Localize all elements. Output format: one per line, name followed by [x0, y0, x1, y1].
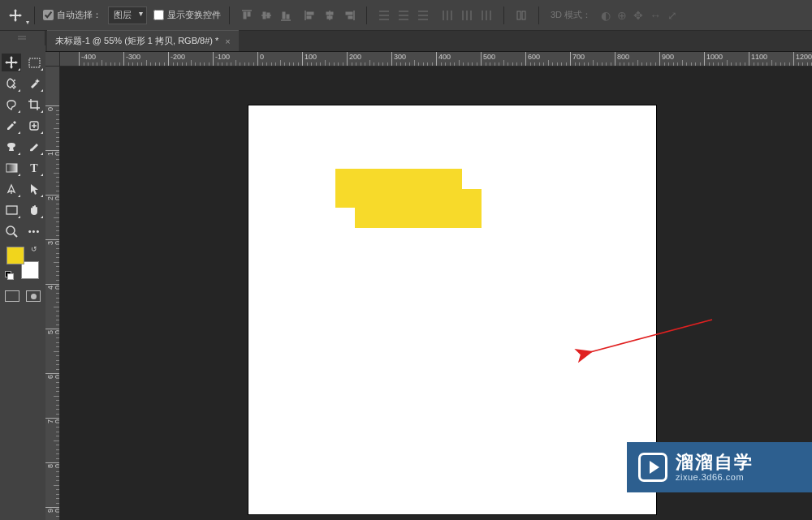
align-vcenter-icon[interactable] [257, 6, 275, 24]
show-transform-label: 显示变换控件 [167, 9, 221, 21]
path-select-tool[interactable] [24, 180, 44, 198]
auto-select-target-select[interactable]: 图层 [108, 6, 147, 24]
standard-mode-icon[interactable] [5, 290, 19, 302]
align-right-icon[interactable] [340, 6, 358, 24]
svg-line-47 [14, 234, 17, 237]
edit-toolbar[interactable]: ••• [24, 222, 44, 240]
gradient-tool[interactable] [2, 159, 21, 177]
svg-rect-45 [6, 206, 17, 214]
magic-wand-tool[interactable] [24, 75, 44, 92]
distribute-hcenter-icon[interactable] [458, 6, 476, 24]
mode-3d-icons: ◐ ⊕ ✥ ↔ ⤢ [601, 9, 677, 22]
close-tab-icon[interactable]: × [225, 37, 230, 46]
align-top-icon[interactable] [238, 6, 256, 24]
document-title: 未标题-1 @ 55% (矩形 1 拷贝, RGB/8#) * [55, 35, 218, 47]
move-icon [8, 8, 23, 23]
watermark-subtitle: zixue.3d66.com [676, 472, 754, 482]
swap-colors-icon[interactable]: ↺ [31, 245, 37, 253]
align-hcenter-icon[interactable] [321, 6, 339, 24]
show-transform-checkbox[interactable]: 显示变换控件 [153, 9, 221, 21]
svg-rect-10 [307, 12, 313, 15]
ruler-horizontal[interactable]: -400-300-200-100010020030040050060070080… [60, 52, 812, 67]
svg-text:T: T [30, 162, 38, 174]
toolbox-handle[interactable] [0, 31, 45, 45]
hand-tool[interactable] [24, 201, 44, 219]
auto-select-label: 自动选择： [57, 9, 102, 21]
distribute-right-icon[interactable] [477, 6, 495, 24]
distribute-left-icon[interactable] [438, 6, 456, 24]
svg-rect-7 [283, 12, 285, 19]
watermark: 溜溜自学 zixue.3d66.com [627, 442, 812, 492]
toolbox: T ••• ↺ [0, 45, 45, 520]
chevron-down-icon: ▾ [26, 19, 29, 26]
mode-3d-label: 3D 模式： [551, 9, 591, 21]
svg-rect-14 [327, 16, 332, 19]
options-divider [503, 6, 504, 24]
svg-rect-2 [248, 12, 250, 16]
align-group-2 [301, 6, 358, 24]
type-tool[interactable]: T [24, 159, 44, 177]
rectangle-shape-tool[interactable] [2, 201, 21, 219]
options-divider [229, 6, 230, 24]
marquee-tool[interactable] [24, 54, 44, 71]
align-left-icon[interactable] [301, 6, 319, 24]
svg-rect-37 [522, 11, 525, 19]
lasso-tool[interactable] [2, 96, 21, 114]
ruler-vertical[interactable]: 01 0 02 0 03 0 04 0 05 0 06 0 07 0 08 0 … [45, 67, 60, 520]
distribute-group-2 [438, 6, 495, 24]
distribute-vcenter-icon[interactable] [395, 6, 412, 24]
align-group-1 [238, 6, 295, 24]
svg-rect-5 [267, 13, 270, 18]
healing-brush-tool[interactable] [24, 117, 44, 135]
auto-select-checkbox[interactable]: 自动选择： [43, 9, 102, 21]
options-bar: ▾ 自动选择： 图层 显示变换控件 3D 模式： ◐ ⊕ [0, 0, 812, 31]
clone-stamp-tool[interactable] [2, 138, 21, 156]
svg-rect-11 [307, 16, 311, 19]
svg-rect-38 [29, 58, 40, 67]
distribute-bottom-icon[interactable] [414, 6, 432, 24]
document-tab-bar: 未标题-1 @ 55% (矩形 1 拷贝, RGB/8#) * × [0, 31, 812, 52]
reset-colors-icon[interactable] [5, 271, 13, 279]
artboard[interactable] [248, 105, 656, 514]
watermark-title: 溜溜自学 [676, 453, 754, 472]
color-swatches[interactable]: ↺ [6, 247, 39, 279]
pan-3d-icon[interactable]: ✥ [633, 9, 643, 22]
zoom-tool[interactable] [2, 222, 21, 240]
scale-3d-icon[interactable]: ⤢ [667, 9, 677, 22]
pen-tool[interactable] [2, 180, 21, 198]
crop-tool[interactable] [24, 96, 44, 114]
orbit-3d-icon[interactable]: ◐ [601, 9, 611, 22]
move-tool-flyout[interactable]: ▾ [5, 5, 26, 26]
svg-rect-1 [244, 12, 246, 19]
play-icon [638, 453, 667, 482]
distribute-top-icon[interactable] [375, 6, 393, 24]
svg-rect-4 [263, 12, 266, 19]
quick-mask-mode-icon[interactable] [26, 290, 41, 302]
move-tool[interactable] [2, 54, 21, 71]
svg-rect-16 [346, 12, 352, 15]
roll-3d-icon[interactable]: ⊕ [617, 9, 627, 22]
ruler-corner[interactable] [45, 52, 60, 67]
auto-align-group [512, 6, 530, 24]
svg-rect-13 [326, 12, 333, 15]
svg-rect-43 [6, 164, 17, 172]
eyedropper-tool[interactable] [2, 117, 21, 135]
svg-rect-36 [517, 11, 520, 19]
svg-rect-17 [348, 16, 352, 19]
svg-point-39 [14, 80, 15, 81]
svg-rect-8 [287, 15, 289, 19]
auto-align-icon[interactable] [512, 6, 530, 24]
foreground-color[interactable] [6, 247, 24, 264]
document-tab[interactable]: 未标题-1 @ 55% (矩形 1 拷贝, RGB/8#) * × [47, 30, 239, 51]
options-divider [34, 6, 35, 24]
options-divider [366, 6, 367, 24]
options-divider [538, 6, 539, 24]
quick-select-tool[interactable] [2, 75, 21, 92]
distribute-group-1 [375, 6, 432, 24]
svg-point-46 [6, 226, 15, 234]
align-bottom-icon[interactable] [277, 6, 295, 24]
shape-rectangle-2[interactable] [355, 189, 482, 228]
slide-3d-icon[interactable]: ↔ [650, 9, 661, 22]
brush-tool[interactable] [24, 138, 44, 156]
